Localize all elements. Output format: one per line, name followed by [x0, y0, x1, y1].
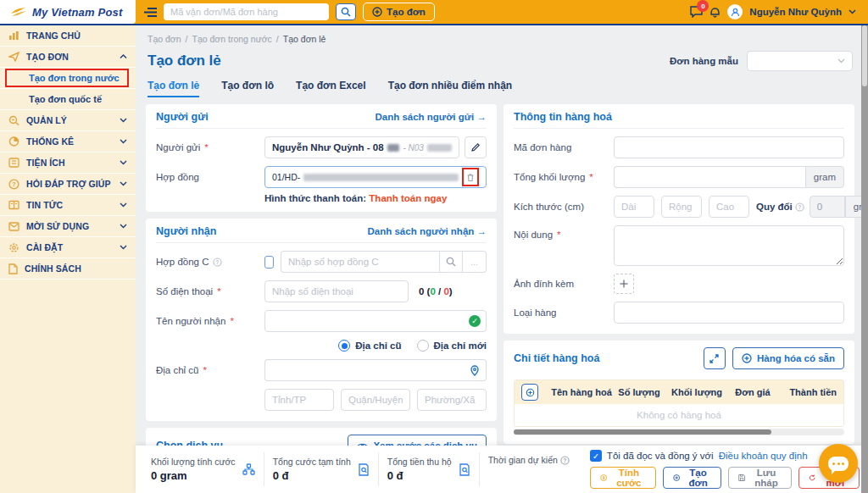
content-label: Nội dung	[514, 230, 553, 240]
sidebar-item-tao-don-trong-nuoc[interactable]: Tạo đơn trong nước	[0, 68, 136, 89]
radio-unselected-icon	[417, 340, 429, 352]
sidebar-item-moi-su-dung[interactable]: MỜI SỬ DỤNG	[0, 216, 136, 237]
vertical-scrollbar-thumb[interactable]	[862, 25, 867, 86]
redacted-phone	[387, 144, 400, 152]
top-bar: My Vietnam Post Tạo đơn 0	[0, 0, 868, 24]
phone-input[interactable]	[264, 280, 409, 302]
stat-weight-value: 0 gram	[151, 469, 236, 482]
create-order-button[interactable]: Tạo đơn	[663, 467, 722, 489]
contract-c-checkbox[interactable]	[264, 256, 274, 269]
phone-label: Số điện thoại	[156, 286, 213, 296]
ward-input[interactable]	[417, 389, 487, 411]
sidebar-item-tao-don-quoc-te[interactable]: Tạo đơn quốc tế	[0, 89, 136, 110]
redacted-address	[427, 144, 452, 152]
info-icon: ?	[213, 258, 222, 267]
save-draft-button[interactable]: Lưu nháp	[728, 467, 792, 489]
menu-toggle-icon[interactable]	[144, 7, 157, 18]
add-image-button[interactable]	[614, 274, 634, 294]
content-textarea[interactable]	[614, 225, 844, 266]
order-code-input[interactable]	[614, 136, 844, 158]
order-tabs: Tạo đơn lẻ Tạo đơn lô Tạo đơn Excel Tạo …	[147, 80, 853, 97]
sidebar-item-trang-chu[interactable]: TRANG CHỦ	[0, 25, 136, 47]
tab-tao-don-excel[interactable]: Tạo đơn Excel	[296, 80, 366, 97]
sidebar-item-tin-tuc[interactable]: TIN TỨC	[0, 195, 136, 216]
sidebar-item-quan-ly[interactable]: QUẢN LÝ	[0, 110, 136, 131]
receiver-name-label: Tên người nhận	[156, 316, 225, 326]
footer-bar: Khối lượng tính cước 0 gram Tổng cước tạ…	[136, 446, 868, 493]
contract-c-more-button[interactable]: ...	[463, 251, 487, 273]
goods-table: Tên hàng hoá Số lượng Khối lượng Đơn giá…	[514, 379, 844, 427]
receiver-list-link[interactable]: Danh sách người nhận →	[368, 226, 487, 236]
sender-value-field[interactable]: Nguyễn Như Quỳnh - 08 - N03	[264, 136, 459, 158]
search-button[interactable]	[336, 3, 356, 20]
height-input[interactable]	[709, 196, 749, 218]
invoice-search-icon	[358, 463, 370, 476]
breadcrumb-current: Tạo đơn lẻ	[283, 34, 326, 44]
attachment-label: Ảnh đính kèm	[514, 279, 574, 289]
terms-checkbox[interactable]: ✓	[590, 450, 602, 462]
tab-tao-don-le[interactable]: Tạo đơn lẻ	[147, 80, 199, 97]
template-order-select[interactable]	[747, 51, 853, 71]
province-input[interactable]	[264, 389, 334, 411]
expand-table-button[interactable]	[704, 347, 726, 369]
plus-icon	[620, 280, 628, 288]
contract-c-search-button[interactable]	[439, 251, 463, 273]
total-weight-input[interactable]	[614, 166, 805, 188]
available-goods-button[interactable]: Hàng hóa có sẵn	[732, 347, 844, 369]
chevron-down-icon	[837, 58, 845, 64]
add-goods-row-button[interactable]	[521, 384, 538, 401]
calc-fee-button[interactable]: Tính cước	[590, 467, 656, 489]
svg-text:?: ?	[215, 258, 219, 264]
sidebar-item-cai-dat[interactable]: CÀI ĐẶT	[0, 237, 136, 258]
sitemap-icon	[242, 463, 255, 475]
vertical-scrollbar[interactable]	[861, 25, 868, 493]
chevron-down-icon	[120, 139, 127, 144]
horizontal-scrollbar[interactable]	[514, 429, 844, 435]
chat-fab-button[interactable]	[819, 444, 858, 483]
width-input[interactable]	[661, 196, 702, 218]
edit-sender-button[interactable]	[465, 136, 487, 158]
radio-dia-chi-moi[interactable]: Địa chỉ mới	[417, 340, 487, 352]
tab-tao-don-nhieu-diem-nhan[interactable]: Tạo đơn nhiều điểm nhận	[388, 80, 513, 97]
terms-link[interactable]: Điều khoản quy định	[719, 451, 808, 461]
sidebar-item-tien-ich[interactable]: TIỆN ÍCH	[0, 152, 136, 174]
breadcrumb-item[interactable]: Tạo đơn trong nước	[192, 34, 272, 44]
brand-name: My Vietnam Post	[32, 6, 123, 19]
messages-button[interactable]: 0	[690, 6, 703, 18]
location-pin-icon	[470, 365, 480, 376]
category-input[interactable]	[614, 302, 844, 324]
address-map-button[interactable]	[463, 359, 487, 381]
radio-selected-icon	[338, 340, 350, 352]
tab-tao-don-lo[interactable]: Tạo đơn lô	[221, 80, 274, 97]
chevron-down-icon	[120, 224, 127, 229]
header-divider	[0, 24, 868, 25]
create-order-top-button[interactable]: Tạo đơn	[363, 3, 435, 21]
avatar[interactable]	[727, 4, 743, 19]
info-icon: ?	[560, 456, 570, 465]
gear-icon	[8, 242, 19, 253]
address-input[interactable]	[264, 359, 463, 381]
scrollbar-thumb[interactable]	[514, 429, 771, 435]
district-input[interactable]	[341, 389, 410, 411]
sidebar-item-tao-don[interactable]: TẠO ĐƠN	[0, 47, 136, 68]
receiver-name-input[interactable]	[264, 310, 487, 332]
contract-c-input[interactable]	[281, 251, 439, 273]
sidebar-item-thong-ke[interactable]: THỐNG KÊ	[0, 131, 136, 152]
breadcrumb-item[interactable]: Tạo đơn	[147, 34, 181, 44]
contract-value-field[interactable]: 01/HD-	[264, 166, 487, 188]
chevron-down-icon	[120, 160, 127, 165]
user-menu[interactable]: Nguyễn Như Quỳnh	[749, 7, 842, 17]
brand-logo[interactable]: My Vietnam Post	[0, 0, 136, 24]
sender-list-link[interactable]: Danh sách người gửi →	[375, 112, 487, 122]
search-icon	[446, 257, 456, 267]
app-window: My Vietnam Post Tạo đơn 0	[0, 0, 868, 493]
chevron-down-icon	[849, 9, 856, 14]
sidebar-item-chinh-sach[interactable]: CHÍNH SÁCH	[0, 258, 136, 280]
radio-dia-chi-cu[interactable]: Địa chỉ cũ	[338, 340, 401, 352]
sidebar-item-hoi-dap[interactable]: ? HỎI ĐÁP TRỢ GIÚP	[0, 174, 136, 195]
length-input[interactable]	[614, 196, 654, 218]
vnpost-swoosh-icon	[10, 6, 27, 18]
notifications-button[interactable]	[709, 6, 721, 18]
paper-plane-icon	[8, 52, 19, 62]
search-input[interactable]	[164, 3, 329, 20]
